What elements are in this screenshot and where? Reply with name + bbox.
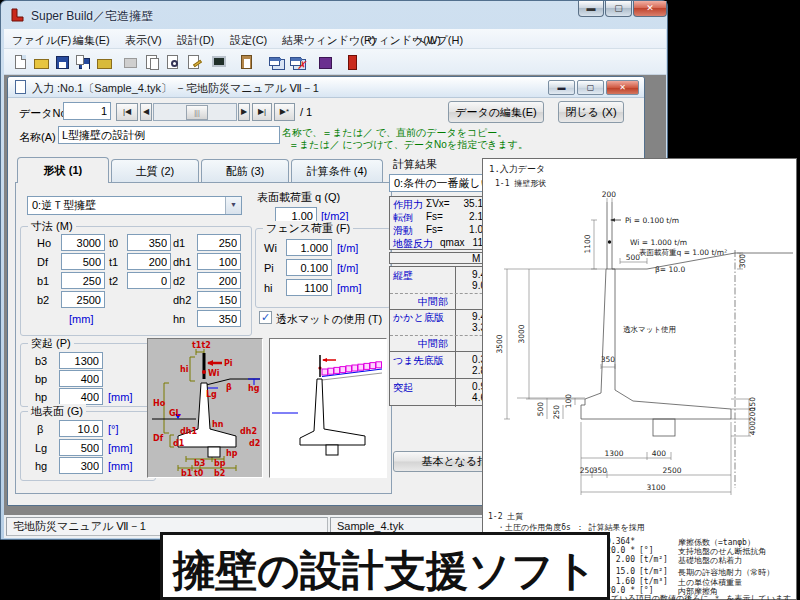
field-label: b2 bbox=[37, 294, 49, 306]
properties-icon[interactable] bbox=[183, 52, 203, 72]
nav-first-button[interactable]: |◀ bbox=[116, 103, 138, 121]
open-file-icon[interactable] bbox=[31, 52, 51, 72]
field-label: hn bbox=[173, 313, 185, 325]
menu-view[interactable]: 表示(V) bbox=[122, 32, 165, 49]
nav-new-button[interactable]: ▶* bbox=[274, 103, 295, 121]
save-icon[interactable] bbox=[52, 52, 72, 72]
maximize-button[interactable]: ▢ bbox=[605, 1, 632, 17]
ground-Lg-input[interactable] bbox=[59, 439, 103, 456]
close-button[interactable]: ✕ bbox=[633, 1, 667, 17]
dim-Df-input[interactable] bbox=[61, 253, 105, 270]
scrollbar-thumb[interactable]: ||| bbox=[186, 105, 208, 120]
report-section2: 1-2 土質 bbox=[488, 511, 523, 522]
dim-t2-input[interactable] bbox=[127, 272, 171, 289]
prot-hp-input[interactable] bbox=[59, 388, 103, 405]
nav-last-button[interactable]: ▶| bbox=[252, 103, 272, 121]
field-label: Pi bbox=[264, 262, 274, 274]
nav-next-button[interactable]: ▶ bbox=[238, 103, 250, 121]
close-dialog-button[interactable]: 閉じる (X) bbox=[558, 101, 624, 123]
tab-calc-conditions[interactable]: 計算条件 (4) bbox=[291, 159, 383, 183]
copy-doc-icon[interactable] bbox=[141, 52, 161, 72]
menu-design[interactable]: 設計(D) bbox=[174, 32, 217, 49]
prot-b3-input[interactable] bbox=[59, 352, 103, 369]
field-label: Df bbox=[37, 256, 48, 268]
field-label: t1 bbox=[109, 256, 118, 268]
dims-unit: [mm] bbox=[69, 313, 93, 325]
dim-dh2-input[interactable] bbox=[197, 291, 241, 308]
print-preview-icon[interactable] bbox=[162, 52, 182, 72]
dwg-beta: β= 10.0 bbox=[655, 265, 685, 274]
chevron-down-icon[interactable]: ▼ bbox=[225, 197, 241, 214]
tab-shape[interactable]: 形状 (1) bbox=[17, 157, 109, 183]
dim-b1-input[interactable] bbox=[61, 272, 105, 289]
row-label: つま先底版 bbox=[393, 354, 443, 368]
input-window-titlebar[interactable]: 入力 :No.1〔Sample_4.tyk〕 －宅地防災マニュアル Ⅶ－1 ▬ … bbox=[8, 77, 644, 98]
summary-label: 作用力 bbox=[393, 198, 423, 212]
prot-bp-input[interactable] bbox=[59, 370, 103, 387]
protrusion-group-title: 突起 (P) bbox=[28, 336, 74, 351]
fence-Pi-input[interactable] bbox=[286, 259, 332, 276]
tab-soil[interactable]: 土質 (2) bbox=[111, 159, 199, 183]
surface-load-label: 表面載荷重 q (Q) bbox=[257, 190, 340, 205]
dim-d2-input[interactable] bbox=[197, 272, 241, 289]
title-bar[interactable]: Super Build／宅造擁壁 ▬ ▢ ✕ bbox=[1, 1, 667, 29]
dim-t0-input[interactable] bbox=[127, 234, 171, 251]
system-display-icon[interactable] bbox=[209, 52, 229, 72]
dwg-dim-200: 200 bbox=[602, 190, 617, 199]
close-window-icon[interactable]: ✗ bbox=[287, 52, 307, 72]
field-label: hi bbox=[264, 282, 273, 294]
prot-unit: [mm] bbox=[108, 391, 132, 403]
dim-Ho-input[interactable] bbox=[61, 234, 105, 251]
sch-wi: Wi bbox=[208, 369, 220, 378]
tab-rebar[interactable]: 配筋 (3) bbox=[201, 159, 289, 183]
save-as-icon[interactable] bbox=[73, 52, 93, 72]
menu-settings[interactable]: 設定(C) bbox=[227, 32, 270, 49]
new-file-icon[interactable] bbox=[10, 52, 30, 72]
nav-prev-button[interactable]: ◀ bbox=[140, 103, 152, 121]
mat-checkbox-label: 透水マットの使用 (T) bbox=[276, 312, 382, 327]
report-heading: 1.入力データ bbox=[489, 163, 545, 176]
dwg-dim-l250: 250 bbox=[552, 405, 561, 420]
name-input[interactable] bbox=[58, 126, 280, 144]
fence-Wi-input[interactable] bbox=[286, 239, 332, 256]
dim-dh1-input[interactable] bbox=[197, 253, 241, 270]
record-scrollbar[interactable]: ||| bbox=[153, 103, 237, 121]
inner-minimize-button[interactable]: ▬ bbox=[548, 80, 575, 95]
menu-edit[interactable]: 編集(E) bbox=[70, 32, 113, 49]
menu-file[interactable]: ファイル(F) bbox=[9, 32, 74, 49]
field-label: Wi bbox=[264, 242, 277, 254]
cascade-windows-icon[interactable] bbox=[266, 52, 286, 72]
dwg-dim-r400: 400 bbox=[748, 421, 757, 436]
toolbar: ✗ bbox=[4, 49, 666, 75]
minimize-button[interactable]: ▬ bbox=[578, 1, 604, 17]
soil-unit: [t/m²] bbox=[639, 555, 668, 564]
fence-group-title: フェンス荷重 (F) bbox=[263, 221, 353, 236]
record-count: / 1 bbox=[300, 106, 312, 118]
dim-hn-input[interactable] bbox=[197, 310, 241, 327]
inner-close-button[interactable]: ✕ bbox=[606, 80, 639, 95]
print-icon[interactable] bbox=[120, 52, 140, 72]
mat-checkbox[interactable]: ✓ bbox=[259, 311, 272, 324]
exit-app-icon[interactable] bbox=[342, 52, 362, 72]
wall-type-select[interactable]: 0:逆Ｔ型擁壁▼ bbox=[27, 196, 242, 215]
ground-beta-input[interactable] bbox=[59, 420, 103, 437]
edit-data-button[interactable]: データの編集(E) bbox=[448, 101, 544, 123]
field-label: dh1 bbox=[173, 256, 191, 268]
folder-up-icon[interactable] bbox=[94, 52, 114, 72]
dim-b2-input[interactable] bbox=[61, 291, 105, 308]
menu-help[interactable]: ヘルプ(H) bbox=[411, 32, 466, 49]
dim-d1-input[interactable] bbox=[197, 234, 241, 251]
ground-hg-input[interactable] bbox=[59, 457, 103, 474]
summary-symbol: ΣVx= bbox=[426, 198, 450, 209]
fence-hi-input[interactable] bbox=[286, 279, 332, 296]
help-book-icon[interactable] bbox=[315, 52, 335, 72]
dim-t1-input[interactable] bbox=[127, 253, 171, 270]
field-label: t0 bbox=[109, 237, 118, 249]
col-header-text: M / bbox=[450, 253, 486, 264]
inner-maximize-button[interactable]: ▢ bbox=[577, 80, 604, 95]
wall-type-value: 0:逆Ｔ型擁壁 bbox=[32, 199, 96, 211]
row-sub-label: 中間部 bbox=[418, 337, 448, 351]
shape-tab-panel: 0:逆Ｔ型擁壁▼ 表面載荷重 q (Q) [t/m2] 寸法 (M) Ho t0… bbox=[15, 182, 392, 494]
data-no-input[interactable] bbox=[63, 102, 111, 120]
paste-icon[interactable] bbox=[236, 52, 256, 72]
